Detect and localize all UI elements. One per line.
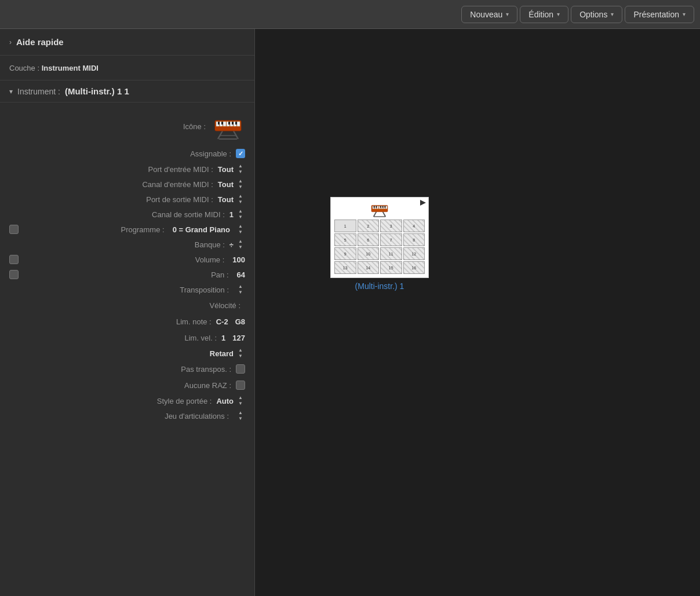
svg-rect-31	[380, 206, 381, 208]
style-portee-stepper[interactable]: ▲ ▼	[236, 395, 245, 407]
lim-vel-values: 1 127	[221, 334, 245, 342]
menu-nouveau[interactable]: Nouveau ▾	[461, 6, 517, 23]
stepper-down-icon: ▼	[236, 401, 245, 407]
volume-row: Volume : 100	[0, 252, 254, 267]
transposition-label: Transposition :	[9, 286, 234, 294]
svg-rect-15	[232, 122, 234, 125]
stepper-down-icon: ▼	[236, 416, 245, 422]
mini-cell-11: 11	[380, 247, 402, 260]
assignable-checkbox[interactable]: ✓	[236, 149, 245, 158]
banque-stepper[interactable]: ▲ ▼	[236, 239, 245, 250]
pas-transpos-label: Pas transpos. :	[9, 365, 236, 374]
midi-in-port-stepper[interactable]: ▲ ▼	[236, 163, 245, 175]
menu-presentation[interactable]: Présentation ▾	[625, 6, 694, 23]
midi-out-port-stepper[interactable]: ▲ ▼	[236, 193, 245, 205]
banque-label: Banque :	[9, 240, 229, 249]
style-portee-row: Style de portée : Auto ▲ ▼	[0, 393, 254, 408]
menu-edition[interactable]: Édition ▾	[520, 6, 568, 23]
couche-label: Couche : Instrument MIDI	[9, 64, 99, 72]
midi-in-channel-value: Tout	[218, 180, 234, 189]
jeu-articulations-stepper[interactable]: ▲ ▼	[236, 410, 245, 422]
lim-vel-value2: 127	[232, 334, 245, 342]
jeu-articulations-label: Jeu d'articulations :	[9, 412, 234, 421]
pas-transpos-checkbox[interactable]	[236, 364, 245, 374]
midi-out-channel-value: 1	[229, 210, 234, 219]
retard-value: Retard	[210, 349, 234, 358]
lim-note-value2: G8	[235, 317, 245, 326]
instrument-section[interactable]: ▾ Instrument : (Multi-instr.) 1 1	[0, 81, 254, 103]
pan-value: 64	[237, 270, 245, 279]
programme-value: 0 = Grand Piano	[173, 225, 230, 234]
midi-out-port-label: Port de sortie MIDI :	[9, 195, 218, 204]
couche-section: Couche : Instrument MIDI	[0, 56, 254, 81]
menu-options[interactable]: Options ▾	[571, 6, 622, 23]
aide-rapide-section[interactable]: › Aide rapide	[0, 29, 254, 56]
programme-checkbox[interactable]	[9, 225, 19, 234]
mini-cell-5: 5	[334, 233, 356, 246]
chevron-right-icon: ›	[9, 38, 12, 46]
midi-out-port-value: Tout	[218, 195, 234, 204]
stepper-up-icon: ▲	[236, 395, 245, 401]
aide-rapide-label: Aide rapide	[16, 37, 64, 47]
instrument-card[interactable]: 1 2 3 4 5 6 7 8 9 10 11 12 13 14 15 16	[330, 197, 429, 291]
svg-rect-33	[384, 206, 385, 208]
midi-out-channel-row: Canal de sortie MIDI : 1 ▲ ▼	[0, 207, 254, 222]
midi-in-port-label: Port d'entrée MIDI :	[9, 165, 218, 174]
svg-rect-11	[237, 122, 240, 126]
lim-vel-row: Lim. vel. : 1 127	[0, 330, 254, 346]
style-portee-label: Style de portée :	[9, 397, 216, 405]
couche-value: Instrument MIDI	[42, 64, 99, 72]
aucune-raz-checkbox[interactable]	[236, 381, 245, 390]
svg-rect-13	[221, 122, 223, 125]
svg-rect-29	[374, 206, 375, 208]
stepper-up-icon: ▲	[236, 239, 245, 244]
instrument-icon[interactable]	[210, 112, 245, 141]
svg-rect-30	[375, 206, 377, 208]
card-name: (Multi-instr.) 1	[355, 281, 404, 291]
stepper-up-icon: ▲	[236, 193, 245, 199]
stepper-down-icon: ▼	[236, 229, 245, 235]
midi-in-channel-label: Canal d'entrée MIDI :	[9, 180, 218, 189]
chevron-down-icon: ▾	[506, 11, 509, 17]
properties-section: Icône :	[0, 103, 254, 428]
programme-stepper[interactable]: ▲ ▼	[236, 224, 245, 235]
midi-in-port-value: Tout	[218, 165, 234, 174]
stepper-down-icon: ▼	[236, 244, 245, 250]
aucune-raz-label: Aucune RAZ :	[9, 381, 236, 390]
svg-rect-16	[235, 122, 237, 125]
programme-label: Programme :	[22, 225, 169, 234]
instrument-value: (Multi-instr.) 1 1	[65, 86, 129, 96]
mini-cell-12: 12	[403, 247, 425, 260]
mini-cell-14: 14	[358, 261, 380, 274]
mini-cell-9: 9	[334, 247, 356, 260]
lim-note-values: C-2 G8	[216, 317, 245, 326]
midi-in-channel-stepper[interactable]: ▲ ▼	[236, 178, 245, 190]
mini-cell-10: 10	[358, 247, 380, 260]
svg-rect-28	[385, 206, 387, 209]
card-keyboard-svg-icon	[369, 201, 390, 217]
flag-icon	[420, 200, 426, 206]
svg-line-1	[234, 131, 238, 139]
transposition-row: Transposition : ▲ ▼	[0, 282, 254, 297]
retard-stepper[interactable]: ▲ ▼	[236, 348, 245, 359]
pan-checkbox[interactable]	[9, 270, 19, 279]
stepper-up-icon: ▲	[236, 284, 245, 290]
stepper-down-icon: ▼	[236, 184, 245, 190]
mini-cell-13: 13	[334, 261, 356, 274]
menu-options-label: Options	[579, 10, 607, 19]
programme-row: Programme : 0 = Grand Piano ▲ ▼	[0, 222, 254, 237]
right-panel: 1 2 3 4 5 6 7 8 9 10 11 12 13 14 15 16	[255, 29, 700, 596]
style-portee-value: Auto	[216, 397, 234, 405]
icone-row: Icône :	[0, 107, 254, 145]
card-thumbnail: 1 2 3 4 5 6 7 8 9 10 11 12 13 14 15 16	[330, 197, 429, 278]
midi-out-channel-stepper[interactable]: ▲ ▼	[236, 209, 245, 220]
pan-row: Pan : 64	[0, 267, 254, 282]
stepper-down-icon: ▼	[236, 169, 245, 175]
pan-label: Pan :	[22, 270, 234, 279]
transposition-stepper[interactable]: ▲ ▼	[236, 284, 245, 295]
chevron-down-icon: ▾	[557, 11, 560, 17]
aucune-raz-row: Aucune RAZ :	[0, 377, 254, 393]
instrument-label: Instrument :	[17, 87, 60, 96]
svg-rect-12	[218, 122, 220, 125]
volume-checkbox[interactable]	[9, 255, 19, 264]
